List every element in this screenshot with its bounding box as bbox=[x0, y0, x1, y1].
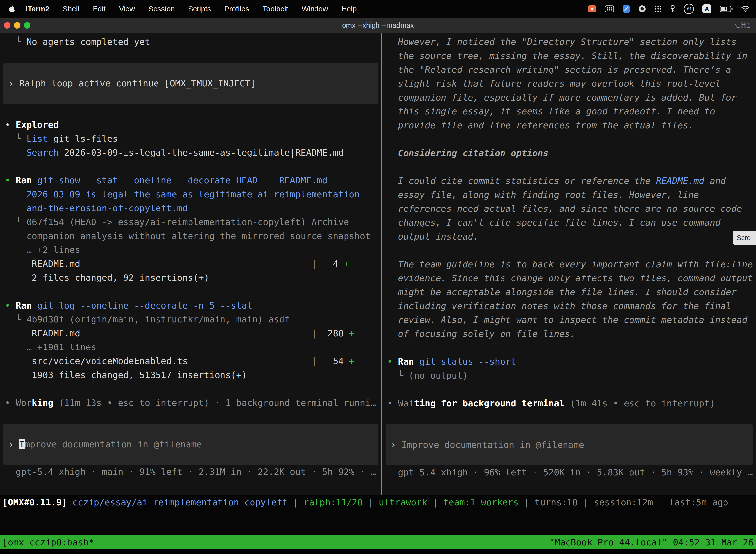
apple-menu-icon[interactable] bbox=[8, 5, 15, 12]
iterm-window: omx --xhigh --madmax ⌥⌘1 └ No agents com… bbox=[0, 18, 756, 554]
menu-item-profiles[interactable]: Profiles bbox=[217, 5, 256, 13]
terminal-line: review. Also, I might want to inspect th… bbox=[382, 313, 756, 327]
menu-item-scripts[interactable]: Scripts bbox=[182, 5, 218, 13]
terminal-line: … +1901 lines bbox=[0, 340, 381, 354]
terminal-line: [OMX#0.11.9] cczip/essay/ai-reimplementa… bbox=[0, 495, 728, 509]
right-terminal-pane[interactable]: However, I noticed the "Directory Struct… bbox=[382, 33, 756, 495]
terminal-line: └ (no output) bbox=[382, 369, 756, 383]
menu-item-session[interactable]: Session bbox=[142, 5, 182, 13]
terminal-line: The team guideline is to back every impo… bbox=[382, 258, 756, 271]
window-title: omx --xhigh --madmax bbox=[0, 21, 756, 30]
terminal-line: changes, I can't cite specific file line… bbox=[382, 216, 756, 230]
menu-item-window[interactable]: Window bbox=[295, 5, 335, 13]
terminal-line: evidence. Since this change only affects… bbox=[382, 271, 756, 285]
keypad-app-icon[interactable] bbox=[605, 5, 614, 12]
terminal-line bbox=[382, 341, 756, 355]
left-prompt-input[interactable]: › Improve documentation in @filename bbox=[3, 424, 378, 465]
terminal-line: Considering citation options bbox=[382, 146, 756, 160]
terminal-line: companion analysis without altering the … bbox=[0, 229, 381, 243]
terminal-line: However, I noticed the "Directory Struct… bbox=[382, 35, 756, 49]
terminal-line: › Ralph loop active continue [OMX_TMUX_I… bbox=[3, 76, 378, 90]
terminal-line: I could cite commit statistics or refere… bbox=[382, 174, 756, 188]
terminal-line: slight risk that future readers may over… bbox=[382, 77, 756, 91]
bottom-strip bbox=[0, 549, 756, 554]
left-pre-output: └ No agents completed yet bbox=[0, 35, 381, 49]
blue-app-icon[interactable] bbox=[623, 5, 630, 13]
terminal-line: • Waiting for background terminal (1m 41… bbox=[382, 396, 756, 410]
terminal-line: └ List git ls-files bbox=[0, 132, 381, 146]
terminal-line: references need actual files, and since … bbox=[382, 202, 756, 216]
macos-menu-bar: iTerm2 Shell Edit View Session Scripts P… bbox=[0, 0, 756, 18]
password-key-icon[interactable] bbox=[670, 5, 675, 13]
terminal-line: including verification notes with those … bbox=[382, 299, 756, 313]
apps-grid-icon[interactable] bbox=[654, 5, 662, 13]
ralph-status-box: › Ralph loop active continue [OMX_TMUX_I… bbox=[3, 63, 378, 104]
terminal-line: • Ran git log --oneline --decorate -n 5 … bbox=[0, 298, 381, 313]
omx-status-bar: [OMX#0.11.9] cczip/essay/ai-reimplementa… bbox=[0, 495, 756, 510]
left-terminal-pane[interactable]: └ No agents completed yet › Ralph loop a… bbox=[0, 33, 381, 495]
terminal-line: provide file and line references from th… bbox=[382, 118, 756, 132]
terminal-line: └ 4b9d30f (origin/main, instructkr/main,… bbox=[0, 313, 381, 326]
traffic-lights bbox=[0, 22, 30, 29]
terminal-line: the source tree, missing the essay. Stil… bbox=[382, 49, 756, 63]
terminal-line: └ 067f154 (HEAD -> essay/ai-reimplementa… bbox=[0, 215, 381, 229]
tmux-status-bar: [omx-cczip0:bash* "MacBook-Pro-44.local"… bbox=[0, 535, 756, 549]
window-title-bar: omx --xhigh --madmax ⌥⌘1 bbox=[0, 18, 756, 33]
window-shortcut: ⌥⌘1 bbox=[733, 21, 751, 29]
screen-recording-indicator-icon[interactable] bbox=[588, 5, 596, 12]
terminal-line: 2026-03-09-is-legal-the-same-as-legitima… bbox=[0, 187, 381, 201]
terminal-line: • Working (11m 13s • esc to interrupt) ·… bbox=[0, 396, 381, 410]
tmux-panes: └ No agents completed yet › Ralph loop a… bbox=[0, 33, 756, 495]
left-session-status: gpt-5.4 xhigh · main · 91% left · 2.31M … bbox=[0, 465, 381, 479]
terminal-line: src/voice/voiceModeEnabled.ts | 54 + bbox=[0, 354, 381, 368]
menu-item-shell[interactable]: Shell bbox=[56, 5, 86, 13]
terminal-line bbox=[0, 160, 381, 173]
terminal-line: might be acceptable alongside the file l… bbox=[382, 285, 756, 299]
right-body-output: However, I noticed the "Directory Struct… bbox=[382, 35, 756, 410]
terminal-line: • Explored bbox=[0, 118, 381, 132]
wifi-icon[interactable] bbox=[741, 5, 750, 12]
terminal-line: essay file, along with finding root file… bbox=[382, 188, 756, 202]
terminal-line: of focusing solely on file lines. bbox=[382, 327, 756, 341]
round-app-icon[interactable] bbox=[638, 5, 646, 13]
terminal-line bbox=[382, 243, 756, 258]
minimize-button[interactable] bbox=[14, 22, 20, 29]
terminal-line: gpt-5.4 xhigh · 96% left · 520K in · 5.8… bbox=[382, 465, 756, 479]
menu-item-toolbelt[interactable]: Toolbelt bbox=[256, 5, 295, 13]
terminal-line: • Ran git show --stat --oneline --decora… bbox=[0, 173, 381, 187]
right-session-status: gpt-5.4 xhigh · 96% left · 520K in · 5.8… bbox=[382, 465, 756, 479]
terminal-line: • Ran git status --short bbox=[382, 355, 756, 369]
menu-item-edit[interactable]: Edit bbox=[86, 5, 112, 13]
terminal-line: README.md | 280 + bbox=[0, 326, 381, 340]
input-source-icon[interactable]: A bbox=[702, 4, 711, 13]
terminal-line: the "Related research writing" section i… bbox=[382, 63, 756, 77]
close-button[interactable] bbox=[4, 22, 10, 29]
terminal-line bbox=[382, 160, 756, 174]
terminal-line: gpt-5.4 xhigh · main · 91% left · 2.31M … bbox=[0, 465, 381, 479]
terminal-line: └ No agents completed yet bbox=[0, 35, 381, 49]
terminal-line: this single essay, it seems like a good … bbox=[382, 105, 756, 118]
terminal-line: and-the-erosion-of-copyleft.md bbox=[0, 201, 381, 215]
right-prompt-input[interactable]: › Improve documentation in @filename bbox=[386, 424, 753, 465]
menu-bar-status-icons: .61 A bbox=[588, 4, 750, 14]
terminal-line bbox=[382, 132, 756, 146]
terminal-line: README.md | 4 + bbox=[0, 257, 381, 271]
menu-item-help[interactable]: Help bbox=[335, 5, 364, 13]
terminal-filler bbox=[0, 510, 756, 535]
terminal-line bbox=[0, 285, 381, 298]
terminal-line: › Improve documentation in @filename bbox=[386, 438, 753, 452]
zoom-button[interactable] bbox=[24, 22, 30, 29]
terminal-line: › Improve documentation in @filename bbox=[3, 437, 378, 451]
menu-bar-left: iTerm2 Shell Edit View Session Scripts P… bbox=[8, 5, 588, 13]
terminal-line: companion file, especially if more comme… bbox=[382, 91, 756, 105]
terminal-line: 2 files changed, 92 insertions(+) bbox=[0, 271, 381, 285]
terminal-line bbox=[0, 382, 381, 396]
menu-item-iterm2[interactable]: iTerm2 bbox=[19, 5, 56, 13]
terminal-line: Search 2026-03-09-is-legal-the-same-as-l… bbox=[0, 146, 381, 160]
left-body-output: • Explored └ List git ls-files Search 20… bbox=[0, 118, 381, 410]
battery-percent-gauge[interactable]: .61 bbox=[684, 4, 694, 14]
notification-toast[interactable]: Scre bbox=[733, 231, 756, 245]
battery-icon[interactable] bbox=[720, 6, 733, 12]
menu-item-view[interactable]: View bbox=[112, 5, 142, 13]
tmux-host-clock: "MacBook-Pro-44.local" 04:52 31-Mar-26 bbox=[549, 537, 754, 547]
